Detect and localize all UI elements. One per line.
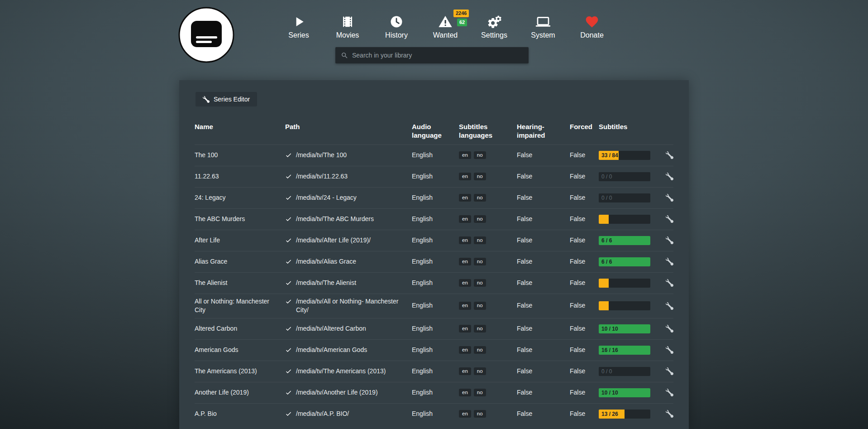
subtitles-progress: 0 / 0	[599, 172, 650, 181]
subtitles-progress: 6 / 6	[599, 236, 650, 245]
check-icon	[285, 280, 292, 286]
language-badge: en	[459, 367, 471, 376]
forced-value: False	[570, 257, 599, 266]
subtitles-progress-label: 6 / 6	[601, 236, 612, 244]
nav-item-settings[interactable]: Settings	[470, 14, 519, 39]
subtitle-languages: enno	[459, 151, 517, 159]
table-row[interactable]: A.P. Bio /media/tv/A.P. BIO/ English enn…	[195, 403, 673, 424]
forced-value: False	[570, 151, 599, 160]
wrench-icon[interactable]	[666, 367, 673, 375]
subtitles-progress-label: 0 / 0	[601, 173, 612, 180]
check-icon	[285, 152, 292, 159]
table-row[interactable]: The ABC Murders /media/tv/The ABC Murder…	[195, 208, 673, 230]
language-badge: no	[474, 279, 486, 287]
language-badge: en	[459, 194, 471, 202]
laptop-icon	[536, 14, 550, 30]
nav-item-movies[interactable]: Movies	[323, 14, 372, 39]
subtitles-progress-fill	[599, 301, 609, 310]
check-icon	[285, 389, 292, 396]
hearing-impaired-value: False	[517, 215, 570, 224]
series-path: /media/tv/11.22.63	[296, 172, 348, 181]
subtitles-progress-label: 10 / 10	[601, 325, 618, 333]
nav-item-wanted[interactable]: 2246 62 Wanted	[421, 14, 470, 39]
forced-value: False	[570, 388, 599, 397]
table-row[interactable]: 11.22.63 /media/tv/11.22.63 English enno…	[195, 166, 673, 187]
language-badge: no	[474, 258, 486, 266]
subtitle-languages: enno	[459, 194, 517, 202]
table-row[interactable]: The Alienist /media/tv/The Alienist Engl…	[195, 272, 673, 294]
nav-item-donate[interactable]: Donate	[568, 14, 616, 39]
nav-label: Settings	[481, 31, 507, 39]
language-badge: en	[459, 302, 471, 310]
audio-language: English	[412, 257, 459, 266]
nav-label: Wanted	[433, 31, 458, 39]
wrench-icon[interactable]	[666, 346, 673, 354]
table-row[interactable]: 24: Legacy /media/tv/24 - Legacy English…	[195, 187, 673, 208]
table-row[interactable]: Another Life (2019) /media/tv/Another Li…	[195, 382, 673, 403]
wrench-icon[interactable]	[666, 325, 673, 333]
forced-value: False	[570, 172, 599, 181]
check-icon	[285, 194, 292, 201]
series-name: The 100	[195, 151, 285, 160]
series-editor-button[interactable]: Series Editor	[196, 92, 257, 106]
subtitles-progress: 6 / 6	[599, 257, 650, 266]
wrench-icon[interactable]	[666, 279, 673, 287]
header-forced: Forced	[570, 123, 599, 131]
search-input[interactable]	[352, 47, 529, 63]
subtitle-languages: enno	[459, 389, 517, 397]
table-row[interactable]: All or Nothing: Manchester City /media/t…	[195, 294, 673, 318]
forced-value: False	[570, 410, 599, 419]
check-icon	[285, 258, 292, 265]
subtitle-languages: enno	[459, 367, 517, 376]
nav-item-series[interactable]: Series	[274, 14, 323, 39]
subtitles-progress: 13 / 26	[599, 410, 650, 419]
wrench-icon[interactable]	[666, 410, 673, 418]
table-row[interactable]: After Life /media/tv/After Life (2019)/ …	[195, 230, 673, 251]
wrench-icon[interactable]	[666, 236, 673, 244]
header-subtitles-languages: Subtitles languages	[459, 123, 517, 140]
wrench-icon[interactable]	[666, 173, 673, 180]
language-badge: en	[459, 258, 471, 266]
check-icon	[285, 410, 292, 417]
subtitle-languages: enno	[459, 410, 517, 418]
audio-language: English	[412, 346, 459, 355]
table-row[interactable]: The Americans (2013) /media/tv/The Ameri…	[195, 361, 673, 382]
series-path: /media/tv/A.P. BIO/	[296, 410, 349, 419]
series-path: /media/tv/The ABC Murders	[296, 215, 374, 224]
forced-value: False	[570, 193, 599, 202]
audio-language: English	[412, 301, 459, 310]
wrench-icon[interactable]	[666, 151, 673, 159]
app-logo[interactable]	[177, 6, 235, 64]
audio-language: English	[412, 367, 459, 376]
audio-language: English	[412, 151, 459, 160]
table-row[interactable]: The 100 /media/tv/The 100 English enno F…	[195, 145, 673, 166]
forced-value: False	[570, 279, 599, 288]
top-header: Series Movies History 2246 62	[179, 0, 689, 80]
subtitle-languages: enno	[459, 302, 517, 310]
nav-item-system[interactable]: System	[519, 14, 568, 39]
nav-item-history[interactable]: History	[372, 14, 421, 39]
wrench-icon[interactable]	[666, 389, 673, 396]
series-name: A.P. Bio	[195, 410, 285, 419]
check-icon	[285, 325, 292, 332]
language-badge: en	[459, 236, 471, 245]
wrench-icon[interactable]	[666, 194, 673, 202]
table-row[interactable]: Alias Grace /media/tv/Alias Grace Englis…	[195, 251, 673, 272]
series-path: /media/tv/The Alienist	[296, 279, 356, 288]
language-badge: en	[459, 151, 471, 159]
series-name: The ABC Murders	[195, 215, 285, 224]
header-name: Name	[195, 123, 285, 131]
series-path: /media/tv/Alias Grace	[296, 257, 356, 266]
series-name: Altered Carbon	[195, 324, 285, 333]
series-name: The Alienist	[195, 279, 285, 288]
wrench-icon[interactable]	[666, 258, 673, 265]
wrench-icon[interactable]	[666, 302, 673, 310]
language-badge: en	[459, 410, 471, 418]
subtitles-progress	[599, 215, 650, 224]
nav-label: History	[385, 31, 408, 39]
wrench-icon[interactable]	[666, 215, 673, 223]
table-row[interactable]: Altered Carbon /media/tv/Altered Carbon …	[195, 318, 673, 339]
subtitle-languages: enno	[459, 325, 517, 333]
table-row[interactable]: American Gods /media/tv/American Gods En…	[195, 339, 673, 361]
language-badge: no	[474, 410, 486, 418]
